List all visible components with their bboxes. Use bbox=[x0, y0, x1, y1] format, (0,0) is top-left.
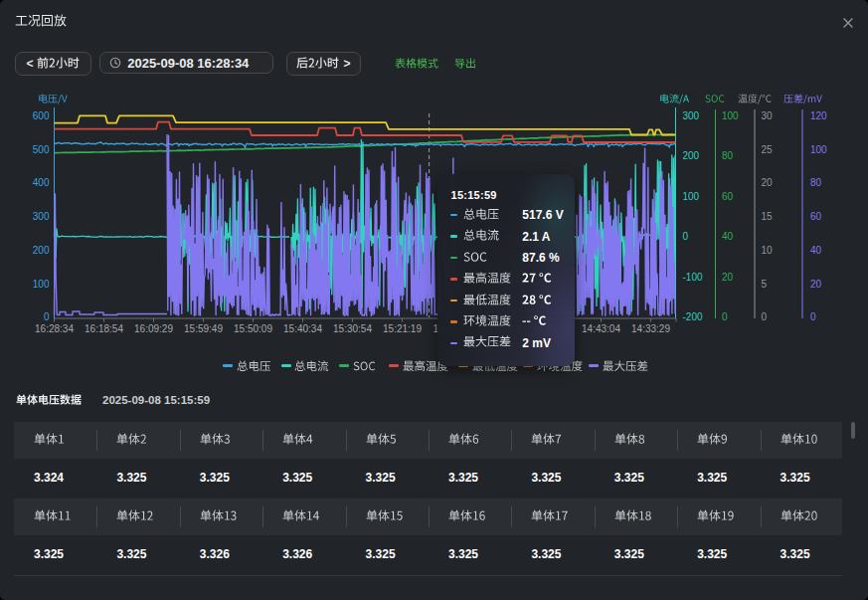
svg-text:300: 300 bbox=[683, 110, 700, 121]
svg-text:15: 15 bbox=[762, 211, 774, 222]
svg-text:16:28:34: 16:28:34 bbox=[35, 323, 74, 334]
svg-text:60: 60 bbox=[722, 191, 734, 202]
svg-text:200: 200 bbox=[683, 150, 700, 161]
svg-text:400: 400 bbox=[33, 177, 50, 188]
svg-text:80: 80 bbox=[810, 177, 822, 188]
svg-text:0: 0 bbox=[683, 231, 689, 242]
svg-text:0: 0 bbox=[722, 311, 728, 322]
svg-text:10: 10 bbox=[762, 245, 774, 256]
svg-text:40: 40 bbox=[722, 231, 734, 242]
svg-text:-200: -200 bbox=[683, 311, 703, 322]
svg-text:25: 25 bbox=[762, 144, 774, 155]
svg-text:120: 120 bbox=[810, 110, 827, 121]
svg-text:16:09:29: 16:09:29 bbox=[134, 323, 173, 334]
svg-text:20: 20 bbox=[762, 177, 774, 188]
svg-text:80: 80 bbox=[722, 150, 734, 161]
svg-text:14:33:29: 14:33:29 bbox=[631, 323, 670, 334]
svg-text:40: 40 bbox=[810, 245, 822, 256]
svg-text:15:30:54: 15:30:54 bbox=[333, 323, 372, 334]
svg-text:0: 0 bbox=[44, 311, 50, 322]
svg-text:15:40:34: 15:40:34 bbox=[283, 323, 322, 334]
svg-text:15:21:19: 15:21:19 bbox=[383, 323, 422, 334]
svg-text:-100: -100 bbox=[683, 272, 703, 283]
svg-text:300: 300 bbox=[33, 211, 50, 222]
svg-text:500: 500 bbox=[33, 144, 50, 155]
svg-text:100: 100 bbox=[810, 144, 827, 155]
svg-text:100: 100 bbox=[683, 191, 700, 202]
svg-text:100: 100 bbox=[33, 279, 50, 290]
svg-text:100: 100 bbox=[722, 110, 739, 121]
svg-text:5: 5 bbox=[762, 279, 768, 290]
svg-text:15:50:09: 15:50:09 bbox=[234, 323, 272, 334]
svg-text:60: 60 bbox=[810, 211, 822, 222]
svg-text:0: 0 bbox=[810, 311, 816, 322]
svg-text:20: 20 bbox=[810, 279, 822, 290]
svg-text:15:59:49: 15:59:49 bbox=[184, 323, 223, 334]
svg-text:30: 30 bbox=[762, 110, 774, 121]
svg-text:16:18:54: 16:18:54 bbox=[85, 323, 123, 334]
svg-text:14:43:04: 14:43:04 bbox=[582, 323, 620, 334]
svg-text:0: 0 bbox=[762, 311, 768, 322]
svg-text:600: 600 bbox=[33, 110, 50, 121]
svg-text:200: 200 bbox=[33, 245, 50, 256]
svg-text:20: 20 bbox=[722, 272, 734, 283]
